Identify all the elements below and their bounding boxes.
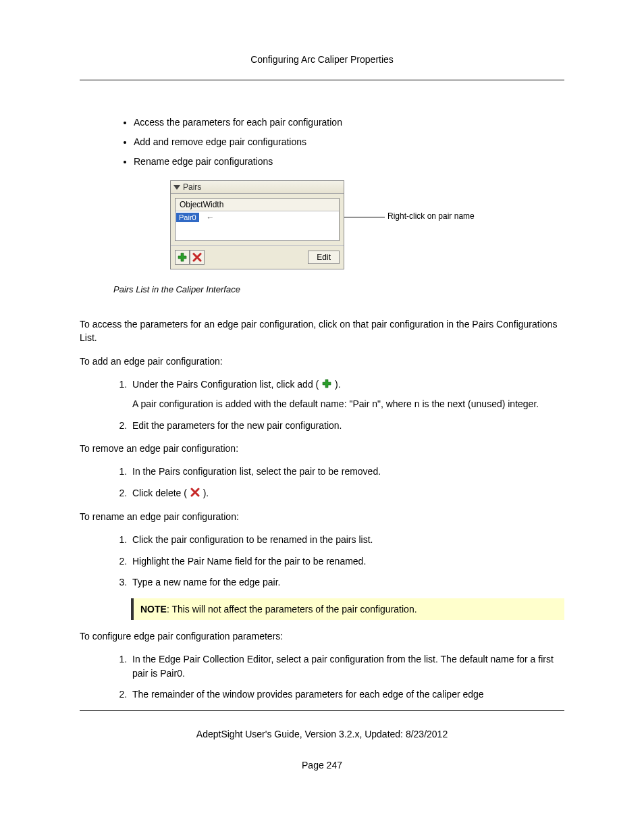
remove-steps-list: In the Pairs configuration list, select … (80, 465, 564, 500)
step-text: Under the Pairs Configuration list, clic… (132, 379, 319, 390)
paragraph-configure-intro: To configure edge pair configuration par… (80, 629, 564, 643)
note-label: NOTE (140, 604, 167, 615)
add-steps-list: Under the Pairs Configuration list, clic… (80, 377, 564, 432)
panel-title: Pairs (183, 182, 201, 192)
delete-button[interactable] (190, 250, 205, 265)
list-item: The remainder of the window provides par… (130, 687, 564, 701)
add-button[interactable] (175, 250, 190, 265)
panel-header[interactable]: Pairs (171, 181, 344, 194)
pairs-panel: Pairs ObjectWidth Pair0 ← (170, 180, 344, 269)
figure-caption: Pairs List in the Caliper Interface (113, 284, 564, 294)
callout-label: Right-click on pair name (387, 211, 475, 221)
list-item: In the Edge Pair Collection Editor, sele… (130, 652, 564, 680)
bullet-item: Add and remove edge pair configurations (134, 136, 564, 147)
plus-icon (322, 378, 331, 392)
pairs-panel-figure: Pairs ObjectWidth Pair0 ← (170, 180, 474, 269)
note-text: : This will not affect the parameters of… (167, 604, 417, 615)
bullet-list: Access the parameters for each pair conf… (80, 117, 564, 167)
configure-steps-list: In the Edge Pair Collection Editor, sele… (80, 652, 564, 701)
footer-text: AdeptSight User's Guide, Version 3.2.x, … (80, 710, 564, 739)
plus-icon (178, 253, 187, 262)
x-icon (192, 253, 202, 262)
step-text: ). (335, 379, 341, 390)
list-item: Click the pair configuration to be renam… (130, 533, 564, 546)
step-text: ). (203, 488, 209, 498)
page-header: Configuring Arc Caliper Properties (80, 54, 564, 80)
paragraph-remove-intro: To remove an edge pair configuration: (80, 442, 564, 455)
callout-line (344, 217, 385, 217)
list-item-selected[interactable]: Pair0 (176, 213, 199, 222)
list-item: Type a new name for the edge pair. (130, 575, 564, 589)
note-box: NOTE: This will not affect the parameter… (131, 598, 564, 620)
bullet-item: Access the parameters for each pair conf… (134, 117, 564, 128)
page-number: Page 247 (80, 760, 564, 771)
paragraph-add-intro: To add an edge pair configuration: (80, 355, 564, 368)
bullet-item: Rename edge pair configurations (134, 156, 564, 167)
list-item: Highlight the Pair Name field for the pa… (130, 554, 564, 568)
paragraph-rename-intro: To rename an edge pair configuration: (80, 510, 564, 523)
pairs-listbox[interactable]: ObjectWidth Pair0 ← (175, 198, 340, 241)
step-subtext: A pair configuration is added with the d… (132, 397, 564, 411)
list-item: Under the Pairs Configuration list, clic… (130, 377, 564, 411)
edit-button[interactable]: Edit (308, 251, 340, 264)
x-icon (190, 487, 200, 500)
step-text: Click delete ( (132, 488, 187, 498)
list-item: Edit the parameters for the new pair con… (130, 419, 564, 432)
rename-steps-list: Click the pair configuration to be renam… (80, 533, 564, 589)
list-item: In the Pairs configuration list, select … (130, 465, 564, 478)
paragraph-access: To access the parameters for an edge pai… (80, 317, 564, 345)
list-column-header: ObjectWidth (176, 199, 339, 211)
list-item: Click delete ( ). (130, 486, 564, 500)
collapse-triangle-icon[interactable] (173, 185, 180, 190)
pointer-arrow-icon: ← (207, 213, 215, 222)
